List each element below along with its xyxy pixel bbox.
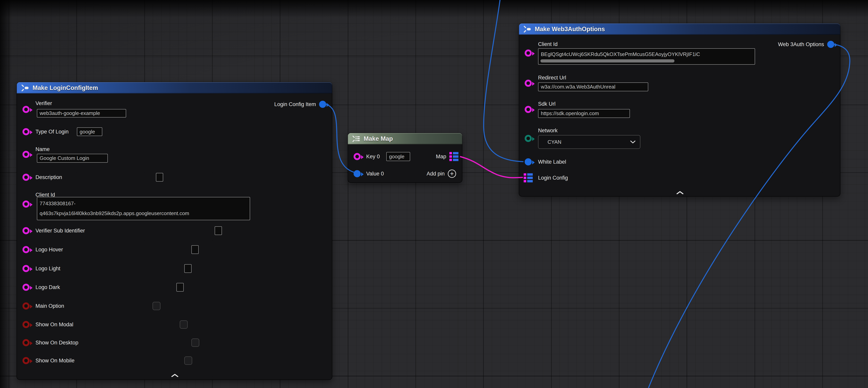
make-struct-icon	[523, 25, 531, 33]
name-input[interactable]: Google Custom Login	[37, 154, 108, 163]
input-pin-redirect-url[interactable]	[525, 80, 532, 87]
blueprint-canvas[interactable]: Make LoginConfigItem Login Config Item V…	[0, 0, 868, 388]
horizontal-scrollbar[interactable]	[540, 59, 675, 62]
add-pin-icon[interactable]	[448, 170, 456, 178]
pin-label-logo-hover: Logo Hover	[35, 246, 63, 253]
input-pin-client-id[interactable]	[23, 201, 30, 208]
pin-label-key0: Key 0	[366, 153, 380, 160]
input-pin-client-id[interactable]	[525, 50, 532, 57]
sdk-url-input[interactable]: https://sdk.openlogin.com	[538, 109, 630, 118]
make-map-icon	[352, 135, 360, 143]
pin-label-main-option: Main Option	[35, 303, 64, 309]
input-pin-login-config-map-icon[interactable]	[524, 173, 533, 182]
pin-label-show-on-modal: Show On Modal	[35, 321, 73, 328]
input-pin-sdk-url[interactable]	[525, 106, 532, 113]
input-pin-show-on-mobile[interactable]	[23, 357, 30, 364]
input-pin-key0[interactable]	[353, 153, 361, 160]
input-pin-logo-dark[interactable]	[23, 284, 30, 291]
sdk-url-value: https://sdk.openlogin.com	[541, 111, 599, 117]
pin-label-redirect-url: Redirect Url	[538, 74, 566, 81]
pin-label-white-label: White Label	[538, 159, 566, 165]
pin-label-network: Network	[538, 127, 558, 134]
node-title: Make LoginConfigItem	[33, 84, 98, 91]
output-row-login-config-item: Login Config Item	[274, 99, 326, 110]
add-pin-row[interactable]: Add pin	[427, 168, 456, 179]
output-pin-login-config-item[interactable]	[319, 101, 326, 108]
output-row-map: Map	[436, 151, 459, 162]
make-struct-icon	[21, 84, 29, 92]
input-pin-show-on-modal[interactable]	[23, 321, 30, 328]
main-option-checkbox[interactable]	[153, 302, 160, 310]
pin-label-type-of-login: Type Of Login	[35, 128, 69, 135]
verifier-sub-identifier-input[interactable]	[215, 226, 222, 235]
input-pin-verifier[interactable]	[23, 106, 30, 113]
add-pin-label: Add pin	[427, 171, 445, 177]
show-on-modal-checkbox[interactable]	[180, 320, 188, 329]
collapse-chevron-icon[interactable]	[676, 191, 684, 194]
client-id-input[interactable]: BEglQSgt4cUWcj6SKRdu5QkOXTsePmMcusG5EAoy…	[538, 48, 755, 65]
name-value: Google Custom Login	[40, 155, 89, 161]
output-pin-map-icon[interactable]	[450, 152, 459, 161]
pin-label-sdk-url: Sdk Url	[538, 101, 556, 107]
key0-value: google	[389, 154, 404, 160]
pin-label-show-on-mobile: Show On Mobile	[35, 357, 74, 364]
wire-top-to-white-label	[484, 0, 524, 162]
node-header[interactable]: Make Web3AuthOptions	[519, 24, 840, 35]
pin-label-show-on-desktop: Show On Desktop	[35, 339, 79, 346]
pin-label-description: Description	[35, 174, 62, 180]
node-header[interactable]: Make LoginConfigItem	[17, 82, 332, 93]
verifier-input[interactable]: web3auth-google-example	[37, 109, 126, 118]
pin-label-logo-light: Logo Light	[35, 265, 60, 272]
wire-map-to-login-config	[460, 156, 523, 178]
show-on-mobile-checkbox[interactable]	[184, 356, 192, 365]
output-row-web3auth-options: Web 3Auth Options	[778, 39, 834, 50]
show-on-desktop-checkbox[interactable]	[191, 338, 199, 347]
logo-light-input[interactable]	[184, 264, 192, 273]
input-pin-description[interactable]	[23, 174, 30, 181]
input-pin-network[interactable]	[525, 135, 532, 142]
node-title: Make Web3AuthOptions	[535, 26, 605, 33]
node-make-web3auth-options[interactable]: Make Web3AuthOptions Web 3Auth Options C…	[519, 23, 840, 197]
pin-label-client-id: Client Id	[538, 41, 558, 47]
input-pin-show-on-desktop[interactable]	[23, 339, 30, 346]
type-of-login-input[interactable]: google	[77, 127, 102, 136]
client-id-input[interactable]: 774338308167- q463s7kpvja16l4l0kko3nb925…	[37, 197, 250, 220]
node-title: Make Map	[364, 135, 393, 142]
type-of-login-value: google	[80, 129, 95, 135]
network-dropdown-value: CYAN	[548, 139, 561, 145]
logo-hover-input[interactable]	[191, 245, 199, 254]
output-pin-label: Map	[436, 154, 446, 160]
client-id-line2: q463s7kpvja16l4l0kko3nb925ikds2p.apps.go…	[40, 208, 189, 218]
node-make-map[interactable]: Make Map Key 0 google Map Value 0 Add pi…	[348, 133, 462, 183]
redirect-url-input[interactable]: w3a://com.w3a.Web3AuthUnreal	[538, 82, 648, 91]
node-make-login-config-item[interactable]: Make LoginConfigItem Login Config Item V…	[17, 82, 332, 380]
pin-label-login-config: Login Config	[538, 175, 568, 181]
pin-label-logo-dark: Logo Dark	[35, 284, 60, 290]
pin-label-verifier: Verifier	[35, 100, 52, 107]
input-pin-white-label[interactable]	[525, 158, 532, 166]
input-pin-name[interactable]	[23, 151, 30, 158]
input-pin-verifier-sub-identifier[interactable]	[23, 227, 30, 234]
pin-label-verifier-sub-identifier: Verifier Sub Identifier	[35, 228, 85, 234]
output-pin-web3auth-options[interactable]	[827, 41, 834, 48]
output-pin-label: Web 3Auth Options	[778, 41, 824, 48]
pin-label-name: Name	[35, 146, 50, 152]
redirect-url-value: w3a://com.w3a.Web3AuthUnreal	[541, 84, 615, 90]
verifier-value: web3auth-google-example	[40, 110, 100, 116]
input-pin-type-of-login[interactable]	[23, 128, 30, 135]
input-pin-logo-light[interactable]	[23, 265, 30, 272]
client-id-line1: 774338308167-	[40, 199, 75, 208]
output-pin-label: Login Config Item	[274, 101, 316, 108]
logo-dark-input[interactable]	[177, 283, 184, 292]
input-pin-main-option[interactable]	[23, 302, 30, 309]
pin-label-value0: Value 0	[366, 171, 384, 177]
chevron-down-icon	[630, 140, 636, 144]
client-id-value: BEglQSgt4cUWcj6SKRdu5QkOXTsePmMcusG5EAoy…	[541, 50, 700, 59]
node-header[interactable]: Make Map	[348, 133, 462, 144]
key0-input[interactable]: google	[386, 152, 410, 161]
description-input[interactable]	[156, 173, 163, 182]
collapse-chevron-icon[interactable]	[171, 374, 178, 377]
network-dropdown[interactable]: CYAN	[538, 135, 640, 149]
input-pin-logo-hover[interactable]	[23, 246, 30, 253]
input-pin-value0[interactable]	[353, 170, 361, 177]
